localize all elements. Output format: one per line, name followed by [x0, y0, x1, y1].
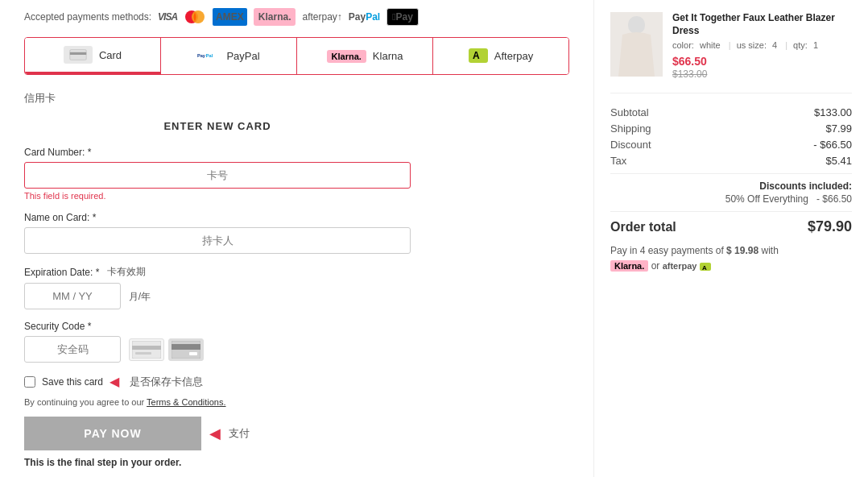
fifty-off-row: 50% Off Everything - $66.50 — [610, 193, 852, 205]
mastercard-logo — [184, 8, 206, 26]
terms-link[interactable]: Terms & Conditions. — [147, 397, 225, 407]
tab-afterpay-label: Afterpay — [494, 50, 533, 62]
klarna-logo-sm: Klarna. — [254, 8, 296, 26]
save-card-chinese: 是否保存卡信息 — [130, 375, 203, 389]
card-number-input[interactable] — [24, 162, 411, 189]
svg-text:A: A — [473, 50, 480, 61]
product-name: Get It Together Faux Leather Blazer Dres… — [672, 12, 852, 37]
klarna-tab-icon: Klarna. — [327, 50, 366, 63]
fifty-off-value: - $66.50 — [816, 193, 852, 205]
security-code-label: Security Code * — [24, 321, 411, 332]
summary-divider-2 — [610, 211, 852, 212]
pay-now-button[interactable]: PAY NOW — [24, 417, 201, 450]
tab-card[interactable]: Card — [25, 38, 161, 74]
svg-rect-3 — [70, 52, 86, 55]
summary-divider — [610, 173, 852, 174]
paypal-logo-sm: PayPal — [349, 8, 380, 26]
color-label: color: — [672, 40, 694, 50]
tab-card-label: Card — [99, 49, 122, 61]
expiry-input[interactable] — [24, 283, 121, 309]
tab-paypal[interactable]: Pay Pal PayPal — [161, 38, 297, 74]
name-on-card-group: Name on Card: * — [24, 212, 411, 254]
name-on-card-input[interactable] — [24, 227, 411, 254]
tax-row: Tax $5.41 — [610, 155, 852, 167]
expiry-group: Expiration Date: * 卡有效期 月/年 — [24, 265, 411, 309]
order-total-row: Order total $79.90 — [610, 218, 852, 235]
tab-paypal-label: PayPal — [226, 50, 259, 62]
card-back-icon — [168, 338, 204, 361]
security-code-group: Security Code * — [24, 321, 411, 363]
svg-text:A: A — [702, 264, 707, 271]
price-new: $66.50 — [672, 55, 852, 68]
product-meta: color: white | us size: 4 | qty: 1 — [672, 40, 852, 50]
card-number-error: This field is required. — [24, 191, 411, 201]
shipping-value: $7.99 — [825, 122, 852, 135]
color-value: white — [700, 40, 721, 50]
price-old: $133.00 — [672, 68, 707, 80]
pay-chinese-label: 支付 — [229, 426, 250, 441]
security-row — [24, 336, 411, 363]
svg-rect-12 — [172, 344, 200, 350]
svg-rect-10 — [135, 352, 151, 355]
save-card-checkbox[interactable] — [24, 376, 35, 388]
card-security-icons — [129, 338, 204, 361]
size-label: us size: — [737, 40, 767, 50]
save-card-arrow: ◀ — [110, 374, 119, 389]
terms-text: By continuing you agree to our Terms & C… — [24, 397, 411, 407]
expiry-chinese: 月/年 — [129, 291, 151, 302]
discount-value: - $66.50 — [813, 139, 852, 151]
apple-pay-logo: Pay — [386, 8, 419, 26]
save-card-row: Save this card ◀ 是否保存卡信息 — [24, 374, 411, 389]
svg-rect-13 — [189, 352, 197, 355]
product-row: Get It Together Faux Leather Blazer Dres… — [610, 12, 852, 93]
discount-label: Discount — [610, 139, 651, 151]
discounts-included-label: Discounts included: — [610, 180, 852, 192]
subtotal-row: Subtotal $133.00 — [610, 106, 852, 118]
tab-klarna-label: Klarna — [373, 50, 403, 62]
afterpay-logo-sm: afterpay↑ — [302, 8, 341, 26]
pay-now-row: PAY NOW ◀ 支付 — [24, 417, 411, 450]
subtotal-label: Subtotal — [610, 106, 649, 118]
subtotal-value: $133.00 — [814, 106, 852, 118]
order-total-label: Order total — [610, 220, 676, 234]
accepted-payments-row: Accepted payments methods: VISA AMEX Kla… — [24, 8, 569, 26]
afterpay-tab-icon: A — [469, 48, 488, 64]
tab-klarna[interactable]: Klarna. Klarna — [297, 38, 433, 74]
shipping-label: Shipping — [610, 122, 651, 135]
discount-row: Discount - $66.50 — [610, 139, 852, 151]
expiry-label: Expiration Date: * — [24, 267, 99, 278]
size-value: 4 — [772, 40, 777, 50]
tab-afterpay[interactable]: A Afterpay — [433, 38, 568, 74]
product-image — [610, 12, 663, 77]
paypal-tab-icon: Pay Pal — [197, 48, 220, 64]
klarna-or: or — [651, 260, 660, 272]
tax-value: $5.41 — [825, 155, 852, 167]
accepted-label: Accepted payments methods: — [24, 11, 151, 23]
card-number-label: Card Number: * — [24, 147, 411, 158]
klarna-with: with — [761, 245, 778, 256]
qty-label: qty: — [793, 40, 808, 50]
svg-point-1 — [192, 10, 205, 23]
expiry-chinese-label: 卡有效期 — [107, 265, 146, 279]
qty-value: 1 — [813, 40, 818, 50]
tax-label: Tax — [610, 155, 626, 167]
fifty-off-label: 50% Off Everything — [725, 193, 808, 205]
order-total-value: $79.90 — [808, 218, 852, 235]
klarna-amount: $ 19.98 — [726, 245, 758, 256]
card-form: ENTER NEW CARD Card Number: * This field… — [24, 120, 411, 468]
product-info: Get It Together Faux Leather Blazer Dres… — [672, 12, 852, 80]
order-summary-panel: Get It Together Faux Leather Blazer Dres… — [594, 0, 868, 477]
amex-logo: AMEX — [213, 8, 247, 26]
svg-text:Pal: Pal — [206, 53, 213, 58]
klarna-badge: Klarna. — [610, 260, 648, 272]
card-front-icon — [129, 338, 164, 361]
shipping-row: Shipping $7.99 — [610, 122, 852, 135]
card-chinese-label: 信用卡 — [24, 91, 569, 106]
card-number-group: Card Number: * This field is required. — [24, 147, 411, 201]
security-code-input[interactable] — [24, 336, 121, 363]
klarna-pay-row: Pay in 4 easy payments of $ 19.98 with K… — [610, 243, 852, 274]
payment-tabs: Card Pay Pal PayPal Klarna. Klarna — [24, 37, 569, 75]
save-card-label: Save this card — [42, 376, 103, 388]
svg-rect-15 — [628, 16, 645, 34]
final-step-text: This is the final step in your order. — [24, 457, 411, 468]
